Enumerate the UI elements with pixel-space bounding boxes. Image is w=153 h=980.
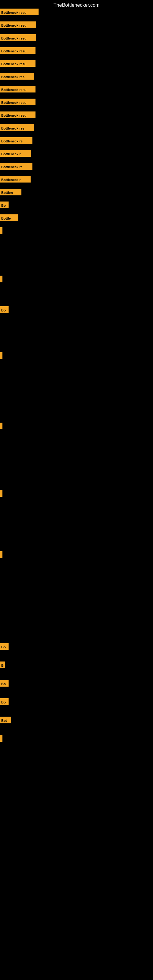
bottleneck-bar-1: Bottleneck resu <box>0 9 38 15</box>
bar-label-7: Bottleneck resu <box>0 86 35 92</box>
bottleneck-bar-11: Bottleneck re <box>0 137 32 144</box>
bottleneck-bar-30 <box>0 735 2 742</box>
bar-label-5: Bottleneck resu <box>0 60 35 67</box>
bar-label-20: Bo <box>0 306 9 313</box>
bar-label-4: Bottleneck resu <box>0 47 35 54</box>
bar-label-8: Bottleneck resu <box>0 99 35 105</box>
bar-label-3: Bottleneck resu <box>0 34 36 41</box>
bottleneck-bar-25: Bo <box>0 643 9 650</box>
bottleneck-bar-27: Bo <box>0 680 9 687</box>
bottleneck-bar-24 <box>0 551 2 558</box>
bottleneck-bar-9: Bottleneck resu <box>0 111 35 118</box>
bar-segment-22 <box>0 423 2 430</box>
bar-label-1: Bottleneck resu <box>0 9 38 15</box>
bottleneck-bar-6: Bottleneck res <box>0 73 34 80</box>
bottleneck-bar-10: Bottleneck res <box>0 124 34 131</box>
bottleneck-bar-4: Bottleneck resu <box>0 47 35 54</box>
bar-segment-24 <box>0 551 2 558</box>
bar-label-10: Bottleneck res <box>0 124 34 131</box>
bar-label-26: B <box>0 662 5 668</box>
bottleneck-bar-20: Bo <box>0 306 9 313</box>
bottleneck-bar-3: Bottleneck resu <box>0 34 36 41</box>
bar-segment-30 <box>0 735 2 742</box>
bottleneck-bar-28: Bo <box>0 698 9 705</box>
bar-label-29: Bot <box>0 717 11 723</box>
bar-label-25: Bo <box>0 643 9 650</box>
bottleneck-bar-18 <box>0 227 2 234</box>
bottleneck-bar-29: Bot <box>0 717 11 723</box>
bar-segment-21 <box>0 352 2 359</box>
bar-label-11: Bottleneck re <box>0 137 32 144</box>
bar-label-16: Bo <box>0 202 9 208</box>
bar-segment-18 <box>0 227 2 234</box>
bottleneck-bar-5: Bottleneck resu <box>0 60 35 67</box>
bottleneck-bar-8: Bottleneck resu <box>0 99 35 105</box>
bar-label-28: Bo <box>0 698 9 705</box>
bar-label-27: Bo <box>0 680 9 687</box>
bar-segment-23 <box>0 490 2 497</box>
bottleneck-bar-13: Bottleneck re <box>0 163 32 170</box>
bottleneck-bar-17: Bottle <box>0 215 18 221</box>
bottleneck-bar-2: Bottleneck resu <box>0 21 36 28</box>
bottleneck-bar-22 <box>0 423 2 430</box>
bottleneck-bar-15: Bottlen <box>0 189 21 196</box>
bottleneck-bar-19 <box>0 275 2 282</box>
bar-label-6: Bottleneck res <box>0 73 34 80</box>
bar-label-15: Bottlen <box>0 189 21 196</box>
bar-label-2: Bottleneck resu <box>0 21 36 28</box>
bottleneck-bar-21 <box>0 352 2 359</box>
bottleneck-bar-12: Bottleneck r <box>0 150 31 157</box>
bar-segment-19 <box>0 275 2 282</box>
bar-label-13: Bottleneck re <box>0 163 32 170</box>
bar-label-9: Bottleneck resu <box>0 111 35 118</box>
bar-label-12: Bottleneck r <box>0 150 31 157</box>
bar-label-17: Bottle <box>0 215 18 221</box>
bottleneck-bar-26: B <box>0 662 5 668</box>
bottleneck-bar-14: Bottleneck r <box>0 176 30 183</box>
bottleneck-bar-16: Bo <box>0 202 9 208</box>
bar-label-14: Bottleneck r <box>0 176 30 183</box>
bottleneck-bar-23 <box>0 490 2 497</box>
bottleneck-bar-7: Bottleneck resu <box>0 86 35 92</box>
